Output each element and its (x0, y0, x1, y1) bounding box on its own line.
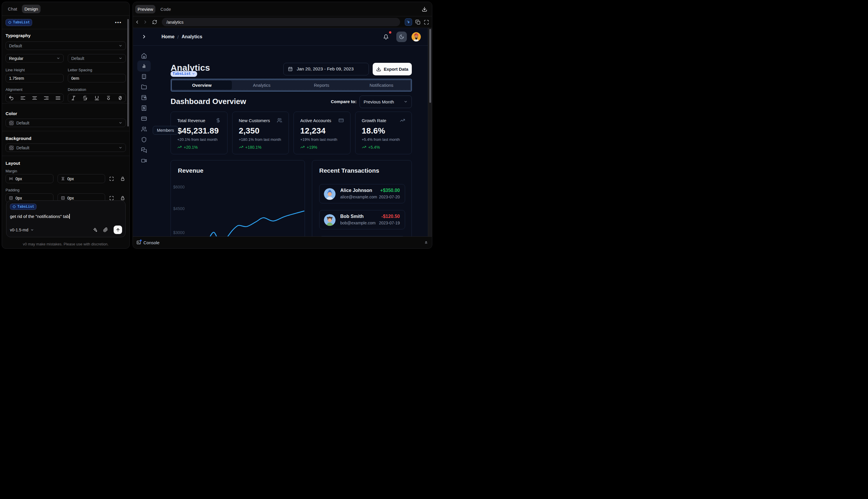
preview-header: Preview Code (133, 2, 432, 16)
decoration-group (68, 94, 126, 102)
align-right-icon[interactable] (44, 95, 49, 101)
tab-analytics[interactable]: Analytics (232, 79, 292, 91)
padding-y-icon (61, 196, 65, 200)
console-bar[interactable]: Console (133, 236, 432, 248)
download-icon (376, 66, 381, 72)
sidebar-wallet-icon[interactable] (138, 92, 150, 104)
sparkles-icon[interactable] (92, 227, 98, 232)
align-center-icon[interactable] (32, 95, 37, 101)
margin-x-input[interactable]: 0px (5, 174, 53, 183)
section-title: Dashboard Overview (171, 97, 246, 106)
url-bar[interactable]: /analytics (162, 18, 400, 26)
preview-scrollbar[interactable] (428, 28, 432, 236)
font-weight-select[interactable]: Regular (5, 54, 64, 62)
tab-notifications[interactable]: Notifications (352, 79, 411, 91)
expand-corners-icon[interactable] (109, 196, 114, 200)
tab-overview[interactable]: Overview (172, 81, 232, 90)
design-mode-cursor-button[interactable] (405, 19, 412, 26)
trending-up-icon (300, 145, 305, 149)
back-icon[interactable] (135, 20, 140, 25)
left-scrollbar-thumb[interactable] (127, 19, 129, 126)
sidebar-folder-icon[interactable] (138, 81, 150, 93)
tab-preview[interactable]: Preview (135, 5, 156, 13)
tab-design[interactable]: Design (22, 5, 41, 13)
compare-select[interactable]: Previous Month (360, 96, 412, 108)
font-size-select[interactable]: Default (68, 54, 126, 62)
paperclip-icon[interactable] (103, 227, 108, 232)
disclaimer: v0 may make mistakes. Please use with di… (2, 242, 129, 246)
forward-icon[interactable] (143, 20, 148, 25)
sidebar-messages-icon[interactable] (138, 144, 150, 156)
cursor-sparkle-icon (406, 20, 411, 24)
transaction-row[interactable]: Bob Smith bob@example.com -$120.50 2023-… (319, 210, 405, 229)
compare-label: Compare to: (331, 99, 357, 104)
letter-spacing-input[interactable]: 0em (68, 74, 126, 82)
sidebar-members-icon[interactable] (138, 123, 150, 135)
lock-icon[interactable] (120, 177, 125, 181)
preview-scrollbar-thumb[interactable] (429, 29, 431, 103)
chevron-down-icon (119, 121, 122, 125)
background-heading: Background (5, 136, 126, 141)
app-preview: Home / Analytics (133, 28, 428, 236)
download-button[interactable] (422, 7, 427, 12)
color-select[interactable]: Default (5, 119, 126, 127)
stat-cards: Total Revenue $45,231.89 +20.1% from las… (171, 112, 412, 154)
selected-component-chip[interactable]: TabsList (5, 19, 32, 26)
line-height-label: Line Height (5, 68, 64, 72)
send-button[interactable] (114, 226, 122, 234)
user-avatar[interactable] (411, 32, 421, 41)
lock-icon[interactable] (120, 196, 125, 200)
download-icon (422, 7, 427, 12)
transaction-row[interactable]: Alice Johnson alice@example.com +$350.00… (319, 184, 405, 203)
chevron-down-icon (119, 57, 122, 60)
prompt-text[interactable]: get rid of the "notifications" tab (10, 214, 122, 219)
ellipsis-icon[interactable]: ••• (115, 20, 122, 25)
padding-label: Padding (5, 188, 126, 192)
selected-element-badge[interactable]: TabsList (171, 71, 197, 77)
strikethrough-icon[interactable] (82, 95, 88, 101)
overline-icon[interactable] (106, 95, 111, 101)
line-height-input[interactable]: 1.75rem (5, 74, 64, 82)
sidebar-analytics-icon[interactable] (137, 60, 151, 72)
sidebar-security-icon[interactable] (138, 134, 150, 146)
fullscreen-icon[interactable] (424, 20, 429, 25)
typography-section: Typography Default Regular Default Line … (2, 29, 129, 104)
align-left-icon[interactable] (20, 95, 26, 101)
copy-icon[interactable] (415, 20, 421, 25)
undo-icon[interactable] (9, 95, 14, 101)
sidebar-video-icon[interactable] (138, 155, 150, 167)
margin-y-input[interactable]: 0px (58, 174, 106, 183)
sidebar-home-icon[interactable] (138, 50, 150, 62)
background-select[interactable]: Default (5, 144, 126, 152)
transactions-card: Recent Transactions Alice Johnson alice@… (312, 160, 412, 237)
tab-reports[interactable]: Reports (292, 79, 352, 91)
dollar-icon (215, 118, 221, 123)
expand-corners-icon[interactable] (109, 177, 114, 181)
chevron-down-icon (119, 44, 122, 48)
font-family-select[interactable]: Default (5, 41, 126, 50)
sidebar-building-icon[interactable] (138, 71, 150, 82)
trending-up-icon (177, 145, 182, 149)
composer-chip[interactable]: TabsList (10, 204, 37, 210)
sidebar-toggle-icon[interactable] (141, 34, 147, 39)
no-decoration-icon[interactable] (117, 95, 123, 101)
sidebar-receipt-icon[interactable] (138, 102, 150, 114)
refresh-icon[interactable] (152, 20, 157, 25)
date-range-picker[interactable]: Jan 20, 2023 - Feb 09, 2023 (283, 63, 369, 76)
underline-icon[interactable] (94, 95, 100, 101)
transparent-swatch-icon (9, 121, 14, 125)
left-panel-header: Chat Design (2, 2, 129, 16)
tab-chat[interactable]: Chat (8, 7, 17, 11)
preview-panel: Preview Code /analytics Home / (133, 2, 432, 248)
sidebar-credit-card-icon[interactable] (138, 113, 150, 124)
chevrons-up-icon[interactable] (424, 241, 428, 245)
stat-card-growth-rate: Growth Rate 18.6% +5.4% from last month … (355, 112, 412, 154)
tab-code[interactable]: Code (160, 7, 171, 12)
export-data-button[interactable]: Export Data (373, 63, 412, 76)
trending-up-icon (400, 118, 405, 123)
align-justify-icon[interactable] (55, 95, 61, 101)
italic-icon[interactable] (71, 95, 76, 101)
model-selector[interactable]: v0-1.5-md (10, 228, 34, 232)
prompt-composer[interactable]: TabsList get rid of the "notifications" … (6, 200, 126, 237)
avatar-bob (324, 214, 336, 226)
